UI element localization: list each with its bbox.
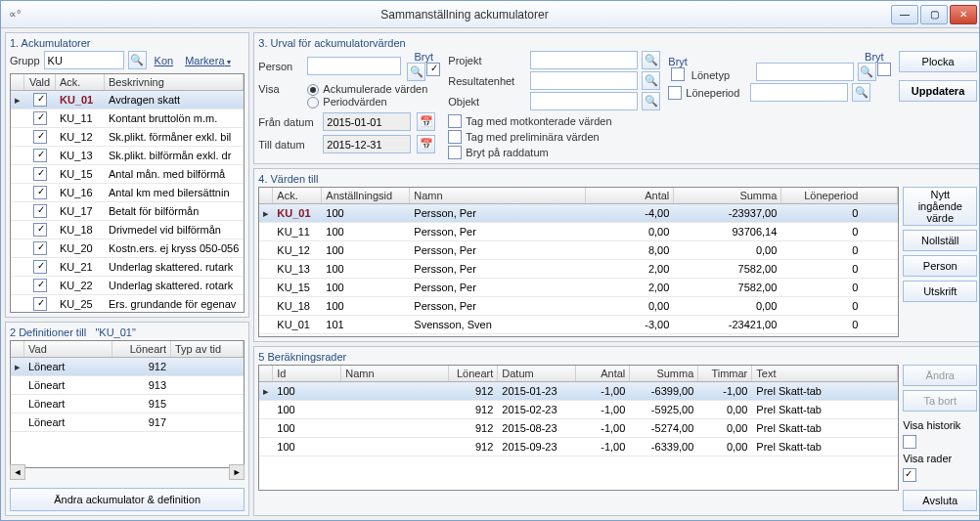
col-id[interactable]: Id <box>273 366 341 381</box>
maximize-button[interactable]: ▢ <box>920 5 948 24</box>
radio-ackumulerade[interactable]: Ackumulerade värden <box>307 83 427 95</box>
search-icon[interactable]: 🔍 <box>642 51 660 69</box>
col-anstallningsid[interactable]: Anställningsid <box>322 188 410 203</box>
search-icon[interactable]: 🔍 <box>128 51 147 69</box>
row-checkbox[interactable] <box>33 93 47 107</box>
fran-datum-input[interactable] <box>323 112 411 131</box>
radio-periodvarden[interactable]: Periodvärden <box>307 96 386 108</box>
table-row[interactable]: Löneart917 <box>11 413 244 432</box>
row-checkbox[interactable] <box>33 279 47 292</box>
table-row[interactable]: KU_25 Ers. grundande för egenav <box>11 295 244 312</box>
avsluta-button[interactable]: Avsluta <box>903 490 977 511</box>
col-beskrivning[interactable]: Beskrivning <box>105 74 244 90</box>
person-input[interactable] <box>307 57 401 75</box>
col-vald[interactable]: Vald <box>24 74 56 90</box>
row-checkbox[interactable] <box>33 260 47 274</box>
row-checkbox[interactable] <box>33 297 47 311</box>
calendar-icon[interactable]: 📅 <box>417 135 435 153</box>
group-input[interactable] <box>44 51 124 69</box>
col-summa[interactable]: Summa <box>674 188 781 203</box>
col-loneart[interactable]: Löneart <box>112 341 171 357</box>
table-row[interactable]: KU_17 Betalt för bilförmån <box>11 202 244 221</box>
col-antal[interactable]: Antal <box>576 366 630 381</box>
search-icon[interactable]: 🔍 <box>407 63 425 81</box>
col-datum[interactable]: Datum <box>498 366 576 381</box>
tabort-button[interactable]: Ta bort <box>903 390 977 412</box>
table-row[interactable]: KU_15 Antal mån. med bilförmå <box>11 165 244 184</box>
table-row[interactable]: KU_15100Persson, Per2,007582,000 <box>259 279 898 297</box>
table-row[interactable]: Löneart915 <box>11 395 244 413</box>
table-row[interactable]: KU_01101Svensson, Sven-3,00-23421,000 <box>259 316 898 334</box>
table-row[interactable]: 1009122015-09-23-1,00-6339,000,00Prel Sk… <box>259 438 898 456</box>
sec5-body[interactable]: ▸1009122015-01-23-1,00-6399,00-1,00Prel … <box>259 382 898 490</box>
search-icon[interactable]: 🔍 <box>852 83 870 102</box>
table-row[interactable]: KU_20 Kostn.ers. ej kryss 050-056 <box>11 239 244 258</box>
col-namn[interactable]: Namn <box>341 366 449 381</box>
col-vad[interactable]: Vad <box>24 341 112 357</box>
till-datum-input[interactable] <box>323 135 411 153</box>
col-summa[interactable]: Summa <box>630 366 698 381</box>
bryt-loneperiod-checkbox[interactable] <box>668 86 682 100</box>
projekt-input[interactable] <box>530 51 638 69</box>
row-checkbox[interactable] <box>33 186 47 199</box>
row-checkbox[interactable] <box>33 149 47 162</box>
table-row[interactable]: 1009122015-08-23-1,00-5274,000,00Prel Sk… <box>259 419 898 438</box>
close-button[interactable]: ✕ <box>950 5 977 24</box>
resultatenhet-input[interactable] <box>530 71 638 90</box>
utskrift-button[interactable]: Utskrift <box>903 281 977 302</box>
table-row[interactable]: KU_18100Persson, Per0,000,000 <box>259 297 898 316</box>
row-checkbox[interactable] <box>33 130 47 144</box>
table-row[interactable]: KU_13100Persson, Per2,007582,000 <box>259 260 898 279</box>
loneperiod-input[interactable] <box>750 83 848 102</box>
change-ack-def-button[interactable]: Ändra ackumulator & definition <box>10 488 245 511</box>
table-row[interactable]: KU_22 Underlag skattered. rotark <box>11 277 244 295</box>
col-typ[interactable]: Typ av tid <box>171 341 244 357</box>
minimize-button[interactable]: — <box>891 5 918 24</box>
col-ack[interactable]: Ack. <box>56 74 105 90</box>
tag-preliminar-checkbox[interactable]: Tag med preliminära värden <box>448 130 660 144</box>
bryt-lonetyp2-checkbox[interactable] <box>877 63 891 76</box>
andra-button[interactable]: Ändra <box>903 365 977 386</box>
table-row[interactable]: KU_13 Sk.plikt. bilförmån exkl. dr <box>11 147 244 165</box>
visa-rader-checkbox[interactable] <box>903 468 916 482</box>
col-timmar[interactable]: Timmar <box>698 366 752 381</box>
table-row[interactable]: ▸Löneart912 <box>11 358 244 376</box>
visa-historik-checkbox[interactable] <box>903 435 916 449</box>
table-row[interactable]: 1009122015-02-23-1,00-5925,000,00Prel Sk… <box>259 401 898 419</box>
col-loneperiod[interactable]: Löneperiod <box>781 188 898 203</box>
table-row[interactable]: KU_11 Kontant bruttolön m.m. <box>11 109 244 128</box>
bryt-lonetyp-checkbox[interactable] <box>671 67 685 81</box>
table-row[interactable]: KU_16 Antal km med bilersättnin <box>11 184 244 202</box>
col-loneart[interactable]: Löneart <box>449 366 498 381</box>
col-text[interactable]: Text <box>752 366 898 381</box>
table-row[interactable]: Löneart913 <box>11 376 244 395</box>
sec1-body[interactable]: ▸ KU_01 Avdragen skatt KU_11 Kontant bru… <box>11 91 244 312</box>
row-checkbox[interactable] <box>33 111 47 125</box>
table-row[interactable]: KU_12 Sk.plikt. förmåner exkl. bil <box>11 128 244 147</box>
calendar-icon[interactable]: 📅 <box>417 112 435 131</box>
row-checkbox[interactable] <box>33 204 47 218</box>
tag-motkonterade-checkbox[interactable]: Tag med motkonterade värden <box>448 114 660 128</box>
nytt-varde-button[interactable]: Nytt ingående värde <box>903 187 977 226</box>
table-row[interactable]: ▸ KU_01 Avdragen skatt <box>11 91 244 109</box>
col-antal[interactable]: Antal <box>586 188 674 203</box>
table-row[interactable]: ▸1009122015-01-23-1,00-6399,00-1,00Prel … <box>259 382 898 401</box>
table-row[interactable]: KU_18 Drivmedel vid bilförmån <box>11 221 244 239</box>
plocka-button[interactable]: Plocka <box>899 51 977 72</box>
row-checkbox[interactable] <box>33 241 47 255</box>
search-icon[interactable]: 🔍 <box>642 92 660 110</box>
person-button[interactable]: Person <box>903 255 977 277</box>
table-row[interactable]: ▸KU_01100Persson, Per-4,00-23937,000 <box>259 204 898 223</box>
nollstall-button[interactable]: Nollställ <box>903 230 977 251</box>
col-ack[interactable]: Ack. <box>273 188 322 203</box>
bryt-person-checkbox[interactable] <box>426 63 440 76</box>
row-checkbox[interactable] <box>33 223 47 237</box>
table-row[interactable]: KU_12100Persson, Per8,000,000 <box>259 241 898 260</box>
sec4-body[interactable]: ▸KU_01100Persson, Per-4,00-23937,000KU_1… <box>259 204 898 336</box>
markera-dropdown[interactable]: Markera <box>181 55 235 66</box>
kon-link[interactable]: Kon <box>151 55 178 66</box>
objekt-input[interactable] <box>530 92 638 110</box>
table-row[interactable]: KU_21 Underlag skattered. rutark <box>11 258 244 277</box>
scroll-left-icon[interactable]: ◄ <box>10 464 25 480</box>
scroll-right-icon[interactable]: ► <box>229 464 245 480</box>
